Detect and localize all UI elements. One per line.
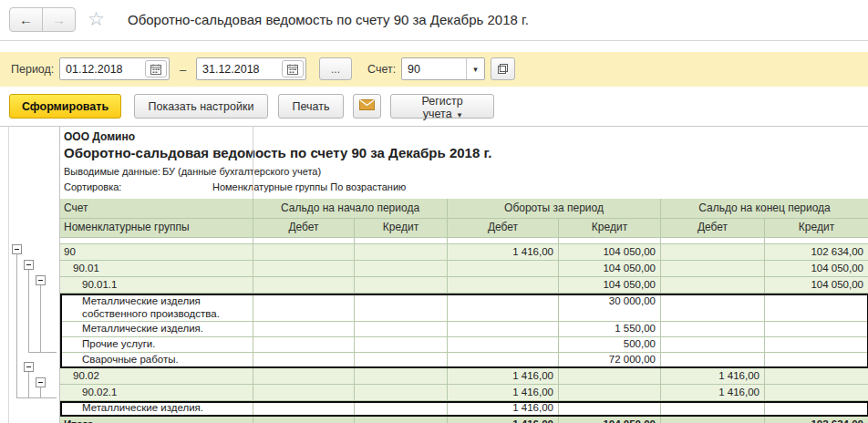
- open-account-button[interactable]: [491, 57, 515, 80]
- cell-value[interactable]: 1 416,00: [448, 244, 559, 260]
- cell-value[interactable]: [661, 337, 765, 352]
- cell-account[interactable]: Сварочные работы.: [60, 353, 253, 367]
- register-button[interactable]: Регистр учета▾: [390, 94, 494, 119]
- cell-account[interactable]: Металлические изделиясобственного произв…: [60, 294, 253, 321]
- table-row[interactable]: 901 416,00104 050,00102 634,00: [60, 244, 868, 261]
- tree-collapse-button[interactable]: [24, 362, 34, 372]
- cell-value[interactable]: 1 416,00: [448, 368, 559, 384]
- cell-account[interactable]: Металлические изделия.: [60, 322, 253, 336]
- cell-account[interactable]: 90.02.1: [60, 385, 253, 400]
- cell-value[interactable]: [355, 337, 448, 352]
- cell-value[interactable]: 1 416,00: [448, 417, 559, 423]
- cell-value[interactable]: [661, 417, 765, 423]
- cell-value[interactable]: 1 416,00: [661, 385, 765, 400]
- cell-value[interactable]: [253, 401, 355, 416]
- cell-value[interactable]: [765, 322, 868, 336]
- cell-account[interactable]: 90.01: [60, 261, 253, 276]
- cell-value[interactable]: [355, 244, 448, 260]
- table-row[interactable]: 90.021 416,001 416,00: [60, 368, 868, 385]
- cell-value[interactable]: [355, 353, 448, 367]
- calendar-button[interactable]: [145, 60, 167, 77]
- cell-value[interactable]: [661, 244, 765, 260]
- cell-value[interactable]: 104 050,00: [765, 261, 868, 276]
- cell-value[interactable]: [355, 322, 448, 336]
- cell-value[interactable]: [253, 337, 355, 352]
- cell-value[interactable]: 104 050,00: [559, 277, 661, 293]
- cell-value[interactable]: [765, 401, 868, 416]
- period-from-input[interactable]: [60, 63, 143, 76]
- cell-value[interactable]: [253, 294, 355, 321]
- table-row[interactable]: 90.02.11 416,001 416,00: [60, 385, 868, 401]
- tree-collapse-button[interactable]: [24, 260, 34, 270]
- cell-value[interactable]: 1 550,00: [559, 322, 661, 336]
- period-options-button[interactable]: ...: [319, 57, 352, 80]
- cell-value[interactable]: [253, 385, 355, 400]
- cell-value[interactable]: 1 416,00: [448, 385, 559, 400]
- cell-value[interactable]: [661, 294, 765, 321]
- favorite-star-icon[interactable]: ☆: [88, 8, 105, 30]
- total-row[interactable]: Итого1 416,00104 050,00102 634,00: [60, 417, 868, 423]
- cell-value[interactable]: [448, 261, 559, 276]
- tree-collapse-button[interactable]: [12, 244, 22, 254]
- send-email-button[interactable]: [353, 94, 381, 119]
- cell-value[interactable]: [448, 353, 559, 367]
- tree-collapse-button[interactable]: [36, 275, 46, 285]
- cell-value[interactable]: 1 416,00: [661, 368, 765, 384]
- cell-value[interactable]: [765, 337, 868, 352]
- chevron-down-icon[interactable]: ▾: [466, 58, 484, 79]
- generate-button[interactable]: Сформировать: [9, 94, 121, 119]
- tree-collapse-button[interactable]: [36, 377, 46, 387]
- cell-value[interactable]: [253, 368, 355, 384]
- cell-value[interactable]: [253, 417, 355, 423]
- cell-value[interactable]: [448, 294, 559, 321]
- cell-value[interactable]: [448, 322, 559, 336]
- cell-value[interactable]: [355, 417, 448, 423]
- cell-value[interactable]: [559, 401, 661, 416]
- cell-value[interactable]: [355, 277, 448, 293]
- cell-value[interactable]: [355, 385, 448, 400]
- cell-value[interactable]: 104 050,00: [559, 244, 661, 260]
- calendar-button[interactable]: [282, 60, 304, 77]
- cell-account[interactable]: 90.02: [60, 368, 253, 384]
- back-button[interactable]: ←: [9, 7, 43, 32]
- table-row[interactable]: 90.01104 050,00104 050,00: [60, 261, 868, 277]
- cell-value[interactable]: [661, 401, 765, 416]
- cell-value[interactable]: [253, 277, 355, 293]
- cell-value[interactable]: 72 000,00: [559, 353, 661, 367]
- cell-value[interactable]: [765, 353, 868, 367]
- cell-value[interactable]: [661, 261, 765, 276]
- forward-button[interactable]: →: [42, 7, 76, 32]
- cell-value[interactable]: [559, 368, 661, 384]
- cell-value[interactable]: [355, 401, 448, 416]
- cell-account[interactable]: 90: [60, 244, 253, 260]
- cell-value[interactable]: [253, 244, 355, 260]
- table-row[interactable]: Сварочные работы.72 000,00: [60, 353, 868, 368]
- cell-value[interactable]: 104 050,00: [559, 261, 661, 276]
- cell-value[interactable]: [765, 385, 868, 400]
- table-row[interactable]: Металлические изделия.1 550,00: [60, 322, 868, 337]
- table-row[interactable]: Металлические изделия.1 416,00: [60, 401, 868, 417]
- cell-value[interactable]: [448, 337, 559, 352]
- cell-value[interactable]: [355, 261, 448, 276]
- table-row[interactable]: 90.01.1104 050,00104 050,00: [60, 277, 868, 294]
- cell-value[interactable]: [661, 353, 765, 367]
- cell-value[interactable]: [253, 261, 355, 276]
- cell-value[interactable]: [253, 353, 355, 367]
- cell-value[interactable]: 500,00: [559, 337, 661, 352]
- cell-value[interactable]: [253, 322, 355, 336]
- cell-value[interactable]: [765, 294, 868, 321]
- table-row[interactable]: Прочие услуги.500,00: [60, 337, 868, 353]
- cell-value[interactable]: 104 050,00: [559, 417, 661, 423]
- period-to-input[interactable]: [197, 63, 280, 76]
- cell-value[interactable]: [355, 368, 448, 384]
- cell-account[interactable]: 90.01.1: [60, 277, 253, 293]
- cell-value[interactable]: [765, 368, 868, 384]
- cell-value[interactable]: [661, 277, 765, 293]
- cell-value[interactable]: 102 634,00: [765, 417, 868, 423]
- cell-value[interactable]: [355, 294, 448, 321]
- cell-value[interactable]: 30 000,00: [559, 294, 661, 321]
- show-settings-button[interactable]: Показать настройки: [134, 94, 268, 119]
- cell-value[interactable]: 102 634,00: [765, 244, 868, 260]
- cell-account[interactable]: Прочие услуги.: [60, 337, 253, 352]
- account-input[interactable]: [402, 63, 466, 76]
